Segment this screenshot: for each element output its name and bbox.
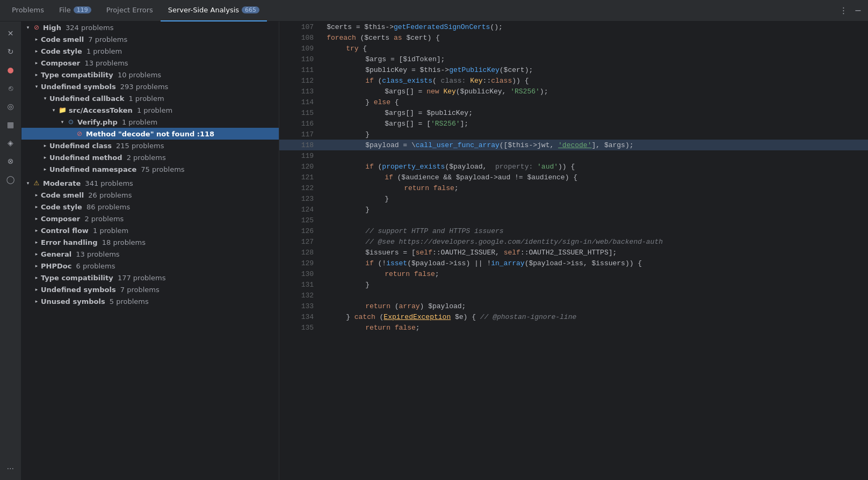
error-icon: ⊘ [32,23,41,32]
code-line-118: 118 $payload = \call_user_func_array([$t… [279,140,868,150]
composer-arrow [32,59,41,67]
undefined-namespace-arrow [41,165,49,173]
mod-phpdoc-item[interactable]: PHPDoc 6 problems [21,260,279,272]
code-line-123: 123 } [279,193,868,204]
code-line-113: 113 $args[] = new Key($publicKey, 'RS256… [279,86,868,97]
warning-icon: ⚠ [32,179,41,187]
mod-code-smell-item[interactable]: Code smell 26 problems [21,189,279,201]
code-line-133: 133 return (array) $payload; [279,301,868,311]
verify-php-item[interactable]: ⊙ Verify.php 1 problem [21,116,279,128]
tab-project-errors[interactable]: Project Errors [99,0,161,21]
x-circle-icon[interactable]: ⊗ [3,154,18,169]
code-line-115: 115 $args[] = $publicKey; [279,107,868,118]
src-accesstoken-item[interactable]: 📁 src/AccessToken 1 problem [21,104,279,116]
tab-server-side[interactable]: Server-Side Analysis 665 [161,0,267,21]
problems-panel: ⊘ High 324 problems Code smell 7 problem… [21,21,279,480]
code-line-131: 131 } [279,279,868,290]
panel-icon[interactable]: ▦ [3,117,18,132]
code-editor[interactable]: 107 $certs = $this->getFederatedSignOnCe… [279,21,868,480]
sidebar-icons: ✕ ↻ ● ⎋ ◎ ▦ ◈ ⊗ ◯ ⋯ [0,21,21,480]
decode-error-item[interactable]: ⊘ Method "decode" not found :118 [21,128,279,140]
code-line-111: 111 $publicKey = $this->getPublicKey($ce… [279,64,868,75]
code-line-128: 128 $issuers = [self::OAUTH2_ISSUER, sel… [279,247,868,258]
mod-control-flow-item[interactable]: Control flow 1 problem [21,224,279,236]
settings-dots-icon[interactable]: ⋯ [3,461,18,476]
type-compat-high-item[interactable]: Type compatibility 10 problems [21,69,279,81]
mod-error-handling-item[interactable]: Error handling 18 problems [21,236,279,248]
mod-unused-symbols-item[interactable]: Unused symbols 5 problems [21,295,279,307]
undefined-class-arrow [41,141,49,150]
mod-undefined-symbols-item[interactable]: Undefined symbols 7 problems [21,283,279,295]
high-group[interactable]: ⊘ High 324 problems [21,21,279,33]
undefined-symbols-arrow [32,82,41,91]
code-line-116: 116 $args[] = ['RS256']; [279,118,868,129]
code-line-121: 121 if ($audience && $payload->aud != $a… [279,172,868,183]
undefined-namespace-item[interactable]: Undefined namespace 75 problems [21,163,279,175]
file-icon: ⊙ [67,118,75,126]
undefined-class-item[interactable]: Undefined class 215 problems [21,140,279,151]
undefined-method-item[interactable]: Undefined method 2 problems [21,151,279,163]
undefined-callback-item[interactable]: Undefined callback 1 problem [21,92,279,104]
mod-general-item[interactable]: General 13 problems [21,248,279,260]
undefined-method-arrow [41,153,49,162]
mod-composer-item[interactable]: Composer 2 problems [21,213,279,224]
undefined-callback-arrow [41,94,49,103]
code-smell-item[interactable]: Code smell 7 problems [21,33,279,45]
error-badge-icon: ⊘ [75,129,84,138]
code-line-135: 135 return false; [279,322,868,333]
main-content: ✕ ↻ ● ⎋ ◎ ▦ ◈ ⊗ ◯ ⋯ ⊘ High 324 problems … [0,21,868,480]
type-compat-high-arrow [32,70,41,79]
code-line-108: 108 foreach ($certs as $cert) { [279,32,868,43]
code-line-110: 110 $args = [$idToken]; [279,54,868,64]
tab-actions: ⋮ − [837,3,864,18]
code-line-120: 120 if (property_exists($payload, proper… [279,161,868,172]
tab-problems[interactable]: Problems [4,0,52,21]
tab-bar: Problems File 119 Project Errors Server-… [0,0,868,21]
diamond-icon[interactable]: ◈ [3,135,18,150]
undefined-symbols-item[interactable]: Undefined symbols 293 problems [21,81,279,92]
composer-item[interactable]: Composer 13 problems [21,57,279,69]
close-icon[interactable]: ✕ [3,26,18,41]
decode-arrow [67,129,75,138]
code-line-109: 109 try { [279,43,868,54]
code-line-127: 127 // @see https://developers.google.co… [279,236,868,247]
code-line-124: 124 } [279,204,868,215]
code-line-125: 125 [279,215,868,226]
code-line-119: 119 [279,150,868,161]
code-line-122: 122 return false; [279,183,868,193]
link-icon[interactable]: ⎋ [3,81,18,96]
minimize-icon[interactable]: − [852,3,864,18]
code-style-arrow [32,47,41,55]
moderate-group[interactable]: ⚠ Moderate 341 problems [21,177,279,189]
code-line-134: 134 } catch (ExpiredException $e) { // @… [279,311,868,322]
folder-icon: 📁 [58,106,67,114]
src-accesstoken-arrow [49,106,58,114]
code-table: 107 $certs = $this->getFederatedSignOnCe… [279,21,868,333]
verify-php-arrow [58,118,67,126]
mod-type-compat-item[interactable]: Type compatibility 177 problems [21,272,279,283]
eye-icon[interactable]: ◎ [3,99,18,114]
more-options-icon[interactable]: ⋮ [837,3,850,18]
code-line-132: 132 [279,290,868,301]
code-style-item[interactable]: Code style 1 problem [21,45,279,57]
refresh-icon[interactable]: ↻ [3,44,18,59]
code-line-130: 130 return false; [279,268,868,279]
code-line-129: 129 if (!isset($payload->iss) || !in_arr… [279,258,868,268]
moderate-arrow [24,179,32,187]
code-line-112: 112 if (class_exists( class: Key::class)… [279,75,868,86]
globe-icon[interactable]: ◯ [3,172,18,187]
user-icon[interactable]: ● [3,62,18,77]
code-line-126: 126 // support HTTP and HTTPS issuers [279,226,868,236]
mod-code-style-item[interactable]: Code style 86 problems [21,201,279,213]
code-smell-arrow [32,35,41,43]
code-line-117: 117 } [279,129,868,140]
code-line-114: 114 } else { [279,97,868,107]
tab-file[interactable]: File 119 [52,0,99,21]
high-arrow [24,23,32,32]
code-line-107: 107 $certs = $this->getFederatedSignOnCe… [279,21,868,32]
